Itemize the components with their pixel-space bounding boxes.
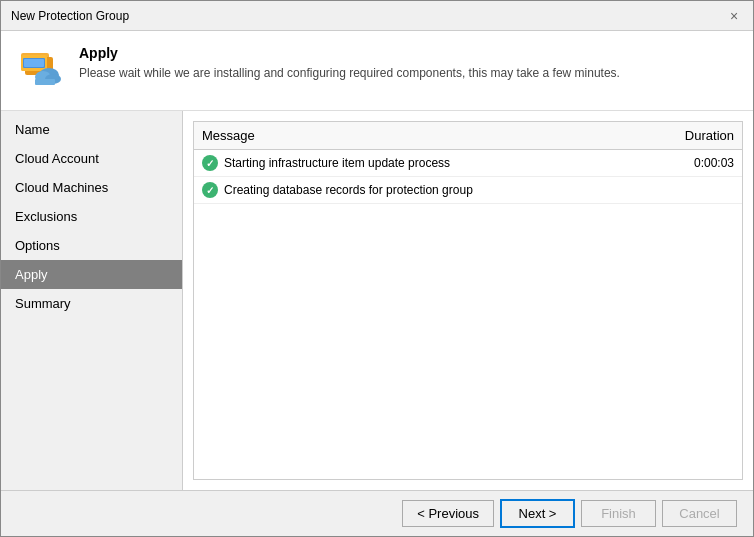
row-message-text: Starting infrastructure item update proc… [224, 156, 450, 170]
header-text: Apply Please wait while we are installin… [79, 45, 620, 82]
status-success-icon [202, 182, 218, 198]
sidebar-item-apply[interactable]: Apply [1, 260, 182, 289]
column-header-duration: Duration [662, 122, 742, 150]
row-duration-cell: 0:00:03 [662, 150, 742, 177]
dialog: New Protection Group × [0, 0, 754, 537]
row-message-text: Creating database records for protection… [224, 183, 473, 197]
header-section: Apply Please wait while we are installin… [1, 31, 753, 111]
header-icon [17, 45, 65, 93]
log-table: Message Duration Starting infrastructure… [194, 122, 742, 204]
header-description: Please wait while we are installing and … [79, 65, 620, 82]
footer-section: < Previous Next > Finish Cancel [1, 490, 753, 536]
finish-button[interactable]: Finish [581, 500, 656, 527]
previous-button[interactable]: < Previous [402, 500, 494, 527]
table-row: Starting infrastructure item update proc… [194, 150, 742, 177]
sidebar-item-options[interactable]: Options [1, 231, 182, 260]
log-table-container: Message Duration Starting infrastructure… [193, 121, 743, 480]
row-message-cell: Starting infrastructure item update proc… [194, 150, 662, 177]
title-bar: New Protection Group × [1, 1, 753, 31]
apply-icon [17, 45, 65, 93]
sidebar-item-name[interactable]: Name [1, 115, 182, 144]
row-message-cell: Creating database records for protection… [194, 177, 662, 204]
status-success-icon [202, 155, 218, 171]
close-button[interactable]: × [725, 7, 743, 25]
table-row: Creating database records for protection… [194, 177, 742, 204]
row-message: Creating database records for protection… [202, 182, 654, 198]
sidebar-item-exclusions[interactable]: Exclusions [1, 202, 182, 231]
sidebar-item-cloud-account[interactable]: Cloud Account [1, 144, 182, 173]
svg-rect-4 [24, 59, 44, 67]
header-title: Apply [79, 45, 620, 61]
svg-rect-8 [35, 79, 55, 85]
sidebar: Name Cloud Account Cloud Machines Exclus… [1, 111, 183, 490]
row-duration-cell [662, 177, 742, 204]
next-button[interactable]: Next > [500, 499, 575, 528]
row-message: Starting infrastructure item update proc… [202, 155, 654, 171]
body-section: Name Cloud Account Cloud Machines Exclus… [1, 111, 753, 490]
sidebar-item-summary[interactable]: Summary [1, 289, 182, 318]
table-header-row: Message Duration [194, 122, 742, 150]
main-content: Message Duration Starting infrastructure… [183, 111, 753, 490]
cancel-button[interactable]: Cancel [662, 500, 737, 527]
column-header-message: Message [194, 122, 662, 150]
sidebar-item-cloud-machines[interactable]: Cloud Machines [1, 173, 182, 202]
dialog-content: Apply Please wait while we are installin… [1, 31, 753, 490]
dialog-title: New Protection Group [11, 9, 129, 23]
